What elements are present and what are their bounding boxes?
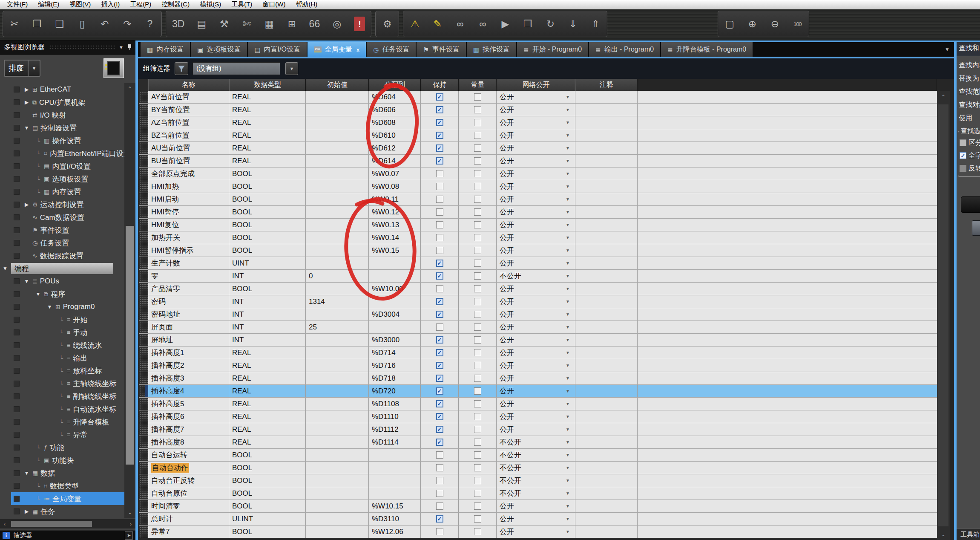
cell-datatype[interactable]: INT [229, 270, 306, 282]
run-mode-icon[interactable]: ▶ [500, 17, 511, 31]
cell-network-publish[interactable]: 公开▼ [497, 155, 575, 167]
cell-network-publish[interactable]: 不公开▼ [497, 436, 575, 448]
retain-checkbox[interactable]: ✓ [436, 132, 443, 139]
table-row[interactable]: 插补高度5REAL%D1108✓✓公开▼ [139, 398, 937, 410]
menu-item[interactable]: 模拟(S) [195, 0, 226, 9]
tab-开始 - Program0[interactable]: ≣开始 - Program0 [517, 42, 588, 57]
cell-name[interactable]: BY当前位置 [148, 104, 229, 116]
retain-checkbox[interactable]: ✓ [436, 183, 443, 190]
cell-network-publish[interactable]: 公开▼ [497, 321, 575, 333]
cell-name[interactable]: 自动台正反转 [148, 474, 229, 487]
row-drag-handle[interactable] [139, 116, 148, 129]
chevron-down-icon[interactable]: ▼ [3, 266, 8, 271]
column-header-保持[interactable]: 保持 [421, 79, 459, 91]
tab-事件设置[interactable]: ⚑事件设置 [417, 42, 466, 57]
table-row[interactable]: 密码INT1314✓✓公开▼ [139, 295, 937, 308]
constant-checkbox[interactable]: ✓ [474, 426, 481, 433]
cell-network-publish[interactable]: 公开▼ [497, 129, 575, 141]
cell-initial-value[interactable] [306, 372, 369, 384]
cell-initial-value[interactable] [306, 385, 369, 397]
cell-comment[interactable] [575, 308, 638, 321]
cell-initial-value[interactable] [306, 308, 369, 321]
constant-checkbox[interactable]: ✓ [474, 413, 481, 420]
cell-name[interactable]: 插补高度8 [148, 436, 229, 448]
constant-checkbox[interactable]: ✓ [474, 515, 481, 523]
constant-checkbox[interactable]: ✓ [474, 132, 481, 139]
cell-name[interactable]: 时间清零 [148, 500, 229, 512]
cell-name[interactable]: 插补高度2 [148, 359, 229, 372]
retain-checkbox[interactable]: ✓ [436, 477, 443, 484]
table-row[interactable]: AY当前位置REAL%D604✓✓公开▼ [139, 91, 937, 104]
row-drag-handle[interactable] [139, 129, 148, 141]
constant-checkbox[interactable]: ✓ [474, 528, 481, 535]
constant-checkbox[interactable]: ✓ [474, 106, 481, 113]
cell-name[interactable]: 总时计 [148, 513, 229, 525]
menu-item[interactable]: 视图(V) [64, 0, 96, 9]
transfer-to-controller-icon[interactable]: ⇓ [567, 17, 578, 31]
cell-comment[interactable] [575, 142, 638, 154]
row-drag-handle[interactable] [139, 410, 148, 423]
cell-network-publish[interactable]: 公开▼ [497, 244, 575, 257]
constant-checkbox[interactable]: ✓ [474, 183, 481, 190]
group-filter-select[interactable]: (没有组) [193, 62, 280, 75]
cell-datatype[interactable]: REAL [229, 410, 306, 423]
cell-at-address[interactable] [369, 474, 421, 487]
table-row[interactable]: 插补高度3REAL%D718✓✓公开▼ [139, 372, 937, 385]
constant-checkbox[interactable]: ✓ [474, 400, 481, 407]
cell-network-publish[interactable]: 公开▼ [497, 410, 575, 423]
constant-checkbox[interactable]: ✓ [474, 451, 481, 459]
delete-icon[interactable]: ▯ [77, 17, 88, 31]
print-icon[interactable]: ▤ [196, 17, 207, 31]
cell-name[interactable]: 生产计数 [148, 257, 229, 269]
program-mode-icon[interactable]: ❐ [522, 17, 533, 31]
cell-network-publish[interactable]: 公开▼ [497, 334, 575, 346]
abort-build-icon[interactable]: ✄ [241, 17, 252, 31]
cut-icon[interactable]: ✂ [9, 17, 20, 31]
cell-comment[interactable] [575, 526, 638, 538]
tree-item-功能[interactable]: └ƒ功能 [0, 441, 124, 454]
retain-checkbox[interactable]: ✓ [436, 170, 443, 177]
table-row[interactable]: HMI复位BOOL%W0.13✓✓公开▼ [139, 219, 937, 231]
cell-comment[interactable] [575, 257, 638, 269]
pin-icon[interactable] [128, 44, 132, 50]
constant-checkbox[interactable]: ✓ [474, 272, 481, 280]
retain-checkbox[interactable]: ✓ [436, 490, 443, 497]
3d-view-icon[interactable]: 3D [172, 17, 184, 31]
cell-network-publish[interactable]: 公开▼ [497, 167, 575, 180]
menu-item[interactable]: 窗口(W) [257, 0, 290, 9]
cell-comment[interactable] [575, 372, 638, 384]
cell-initial-value[interactable] [306, 436, 369, 448]
menu-item[interactable]: 编辑(E) [33, 0, 64, 9]
tree-item-异常[interactable]: └≡异常 [0, 428, 124, 441]
cell-network-publish[interactable]: 公开▼ [497, 423, 575, 436]
cell-initial-value[interactable] [306, 116, 369, 129]
row-drag-handle[interactable] [139, 206, 148, 218]
cell-name[interactable]: HMI暂停指示 [148, 244, 229, 257]
cell-network-publish[interactable]: 公开▼ [497, 526, 575, 538]
cell-name[interactable]: 零 [148, 270, 229, 282]
table-row[interactable]: 加热开关BOOL%W0.14✓✓公开▼ [139, 231, 937, 244]
cell-initial-value[interactable] [306, 487, 369, 500]
cell-network-publish[interactable]: 公开▼ [497, 372, 575, 384]
tree-item-程序[interactable]: ▼⧉程序 [0, 288, 124, 300]
row-drag-handle[interactable] [139, 500, 148, 512]
scroll-down-icon[interactable]: ⌄ [124, 507, 135, 518]
tree-item-Program0[interactable]: ▼⊞Program0 [0, 300, 124, 313]
cell-at-address[interactable]: %W0.08 [369, 180, 421, 193]
cell-name[interactable]: AY当前位置 [148, 91, 229, 103]
cell-initial-value[interactable] [306, 513, 369, 525]
copy-icon[interactable]: ❐ [32, 17, 43, 31]
constant-checkbox[interactable]: ✓ [474, 439, 481, 446]
retain-checkbox[interactable]: ✓ [436, 515, 443, 523]
tree-item-运动控制设置[interactable]: ▶⚙运动控制设置 [0, 198, 124, 211]
cell-comment[interactable] [575, 462, 638, 474]
constant-checkbox[interactable]: ✓ [474, 375, 481, 382]
retain-checkbox[interactable]: ✓ [436, 272, 443, 280]
error-list-icon[interactable]: ! [354, 17, 365, 31]
row-drag-handle[interactable] [139, 334, 148, 346]
retain-checkbox[interactable]: ✓ [436, 426, 443, 433]
cell-initial-value[interactable]: 25 [306, 321, 369, 333]
table-row[interactable]: 屏地址INT%D3000✓✓公开▼ [139, 334, 937, 347]
retain-checkbox[interactable]: ✓ [436, 464, 443, 471]
cell-initial-value[interactable] [306, 193, 369, 205]
